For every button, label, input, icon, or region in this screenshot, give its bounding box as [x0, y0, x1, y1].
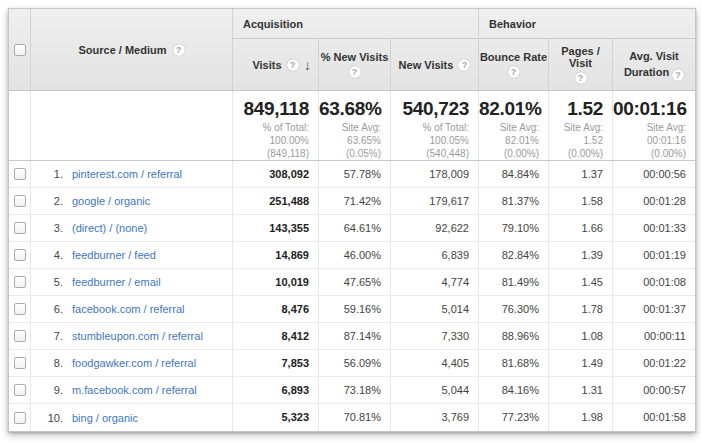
row-checkbox-cell: [9, 404, 31, 431]
source-medium-link[interactable]: foodgawker.com / referral: [72, 357, 196, 369]
source-medium-cell: 7. stumbleupon.com / referral: [31, 323, 233, 349]
bounce-rate-value: 81.37%: [479, 188, 549, 214]
help-icon[interactable]: ?: [508, 66, 520, 78]
acquisition-label: Acquisition: [243, 18, 303, 30]
row-checkbox[interactable]: [14, 330, 26, 342]
summary-pct-new-visits: 63.68% Site Avg: 63.65% (0.05%): [319, 91, 391, 160]
source-medium-cell: 8. foodgawker.com / referral: [31, 350, 233, 376]
column-header-new-visits[interactable]: New Visits ?: [391, 39, 479, 90]
pct-new-visits-value: 59.16%: [319, 296, 391, 322]
help-icon[interactable]: ?: [173, 44, 185, 56]
visits-value: 8,412: [233, 323, 319, 349]
visits-value: 6,893: [233, 377, 319, 403]
visits-value: 251,488: [233, 188, 319, 214]
row-checkbox[interactable]: [14, 412, 26, 424]
visits-value: 8,476: [233, 296, 319, 322]
summary-pages-value: 1.52: [549, 99, 603, 119]
row-rank: 6.: [31, 303, 63, 315]
visits-value: 308,092: [233, 161, 319, 187]
source-medium-link[interactable]: m.facebook.com / referral: [72, 384, 197, 396]
column-header-avg-duration[interactable]: Avg. Visit Duration?: [613, 39, 695, 90]
analytics-table-card: Source / Medium ? Acquisition Behavior V…: [8, 8, 696, 432]
help-icon[interactable]: ?: [287, 59, 299, 71]
pct-new-visits-value: 46.00%: [319, 242, 391, 268]
source-medium-link[interactable]: feedburner / email: [72, 276, 161, 288]
visits-value: 5,323: [233, 404, 319, 431]
source-medium-link[interactable]: stumbleupon.com / referral: [72, 330, 203, 342]
visits-value: 10,019: [233, 269, 319, 295]
visits-value: 7,853: [233, 350, 319, 376]
pct-new-visits-label: % New Visits: [321, 51, 389, 63]
help-icon[interactable]: ?: [458, 59, 470, 71]
source-medium-cell: 4. feedburner / feed: [31, 242, 233, 268]
sort-descending-icon[interactable]: ↓: [304, 57, 311, 73]
table-row: 8. foodgawker.com / referral 7,853 56.09…: [9, 350, 695, 377]
new-visits-value: 4,405: [391, 350, 479, 376]
table-row: 6. facebook.com / referral 8,476 59.16% …: [9, 296, 695, 323]
row-checkbox-cell: [9, 296, 31, 322]
help-icon[interactable]: ?: [349, 66, 361, 78]
bounce-rate-value: 77.23%: [479, 404, 549, 431]
table-row: 7. stumbleupon.com / referral 8,412 87.1…: [9, 323, 695, 350]
pct-new-visits-value: 87.14%: [319, 323, 391, 349]
new-visits-value: 5,014: [391, 296, 479, 322]
row-checkbox[interactable]: [14, 276, 26, 288]
source-medium-link[interactable]: google / organic: [72, 195, 150, 207]
bounce-rate-value: 88.96%: [479, 323, 549, 349]
avg-duration-value: 00:01:58: [613, 404, 695, 431]
pct-new-visits-value: 56.09%: [319, 350, 391, 376]
row-checkbox[interactable]: [14, 249, 26, 261]
row-rank: 7.: [31, 330, 63, 342]
visits-label: Visits: [252, 59, 281, 71]
row-checkbox[interactable]: [14, 168, 26, 180]
source-medium-cell: 10. bing / organic: [31, 404, 233, 431]
summary-duration-subtext: Site Avg: 00:01:16 (0.00%): [613, 121, 686, 160]
bounce-rate-label: Bounce Rate: [480, 51, 547, 63]
source-medium-link[interactable]: facebook.com / referral: [72, 303, 185, 315]
row-checkbox-cell: [9, 269, 31, 295]
source-medium-link[interactable]: pinterest.com / referral: [72, 168, 182, 180]
row-checkbox[interactable]: [14, 303, 26, 315]
avg-duration-value: 00:00:11: [613, 323, 695, 349]
summary-visits-value: 849,118: [233, 99, 309, 119]
summary-new-visits: 540,723 % of Total: 100.05% (540,448): [391, 91, 479, 160]
summary-pct-new-value: 63.68%: [319, 99, 381, 119]
help-icon[interactable]: ?: [672, 69, 684, 81]
bounce-rate-value: 84.16%: [479, 377, 549, 403]
bounce-rate-value: 79.10%: [479, 215, 549, 241]
row-rank: 1.: [31, 168, 63, 180]
table-row: 9. m.facebook.com / referral 6,893 73.18…: [9, 377, 695, 404]
column-header-visits[interactable]: Visits ? ↓: [233, 39, 319, 90]
row-rank: 2.: [31, 195, 63, 207]
source-medium-label: Source / Medium: [78, 44, 166, 56]
column-header-pct-new-visits[interactable]: % New Visits ?: [319, 39, 391, 90]
row-checkbox[interactable]: [14, 195, 26, 207]
summary-new-visits-value: 540,723: [391, 99, 469, 119]
avg-duration-value: 00:00:56: [613, 161, 695, 187]
source-medium-link[interactable]: feedburner / feed: [72, 249, 156, 261]
column-header-source-medium[interactable]: Source / Medium ?: [31, 9, 233, 90]
row-checkbox[interactable]: [14, 222, 26, 234]
row-checkbox[interactable]: [14, 384, 26, 396]
summary-pages-subtext: Site Avg: 1.52 (0.00%): [549, 121, 603, 160]
bounce-rate-value: 76.30%: [479, 296, 549, 322]
pct-new-visits-value: 70.81%: [319, 404, 391, 431]
row-checkbox[interactable]: [14, 357, 26, 369]
column-header-pages-visit[interactable]: Pages / Visit ?: [549, 39, 613, 90]
pages-visit-value: 1.78: [549, 296, 613, 322]
table-row: 3. (direct) / (none) 143,355 64.61% 92,6…: [9, 215, 695, 242]
avg-duration-value: 00:01:37: [613, 296, 695, 322]
pct-new-visits-value: 57.78%: [319, 161, 391, 187]
pages-visit-value: 1.31: [549, 377, 613, 403]
source-medium-link[interactable]: bing / organic: [72, 412, 138, 424]
column-header-bounce-rate[interactable]: Bounce Rate ?: [479, 39, 549, 90]
source-medium-cell: 3. (direct) / (none): [31, 215, 233, 241]
group-header-acquisition: Acquisition: [233, 9, 479, 39]
avg-duration-value: 00:01:28: [613, 188, 695, 214]
row-rank: 4.: [31, 249, 63, 261]
pct-new-visits-value: 71.42%: [319, 188, 391, 214]
select-all-checkbox[interactable]: [14, 44, 26, 56]
group-header-behavior: Behavior: [479, 9, 695, 39]
help-icon[interactable]: ?: [575, 72, 587, 84]
source-medium-link[interactable]: (direct) / (none): [72, 222, 147, 234]
